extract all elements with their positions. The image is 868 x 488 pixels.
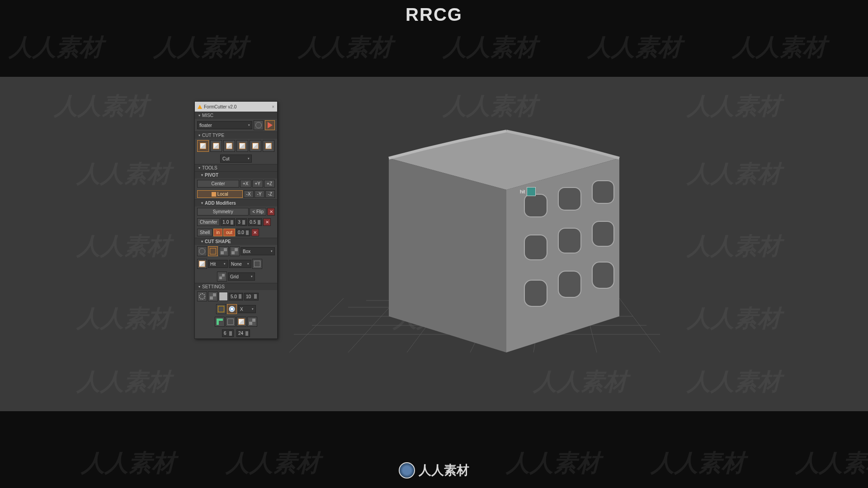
cuttype-6-icon[interactable] xyxy=(263,140,274,152)
chamfer-delete-button[interactable]: ✕ xyxy=(263,218,271,226)
svg-rect-28 xyxy=(558,228,581,253)
svg-rect-22 xyxy=(558,271,581,297)
pivot-py-button[interactable]: +Y xyxy=(252,180,264,188)
tool-c-icon[interactable] xyxy=(236,317,246,327)
chamfer-amount-input[interactable]: 1.0 xyxy=(221,218,235,226)
symmetry-button[interactable]: Symmetry xyxy=(197,208,249,216)
watermark: 人人素材 xyxy=(77,230,171,262)
align-hit-icon[interactable] xyxy=(197,259,207,269)
pivot-pz-button[interactable]: +Z xyxy=(264,180,275,188)
shell-delete-button[interactable]: ✕ xyxy=(251,229,259,236)
shape-circle-icon[interactable] xyxy=(197,246,207,256)
cuttype-1-icon[interactable] xyxy=(197,140,209,152)
section-misc[interactable]: MISC xyxy=(195,112,277,119)
mode-a-icon[interactable] xyxy=(216,304,226,314)
grid-toggle-icon[interactable] xyxy=(208,291,218,301)
pivot-ny-button[interactable]: -Y xyxy=(255,190,264,198)
cursor-hit-icon xyxy=(527,187,536,196)
scene-cube xyxy=(289,99,665,389)
section-addmod[interactable]: ADD Modifiers xyxy=(195,199,277,206)
shell-out-button[interactable]: out xyxy=(223,229,235,236)
section-tools[interactable]: TOOLS xyxy=(195,164,277,171)
shell-in-button[interactable]: in xyxy=(213,229,222,236)
svg-rect-24 xyxy=(524,194,547,217)
svg-rect-27 xyxy=(524,235,547,260)
mode-b-icon[interactable] xyxy=(227,304,237,314)
brand-bottom-text: 人人素材 xyxy=(419,462,469,479)
section-cutshape[interactable]: CUT SHAPE xyxy=(195,238,277,245)
close-icon[interactable]: × xyxy=(272,104,274,109)
watermark: 人人素材 xyxy=(77,366,171,398)
misc-center-icon[interactable] xyxy=(254,120,264,130)
shape-custom-icon[interactable] xyxy=(230,246,240,256)
pivot-nx-button[interactable]: -X xyxy=(244,190,254,198)
watermark: 人人素材 xyxy=(687,230,781,262)
watermark: 人人素材 xyxy=(687,303,781,334)
setting-a-input[interactable]: 6 xyxy=(222,329,234,337)
cuttype-2-icon[interactable] xyxy=(210,140,222,152)
shape-dropdown[interactable]: Box xyxy=(241,247,275,255)
watermark: 人人素材 xyxy=(393,158,487,190)
setting1-input[interactable]: 5.0 xyxy=(229,293,243,300)
svg-rect-19 xyxy=(558,228,581,253)
shape-box-icon[interactable] xyxy=(208,246,218,256)
svg-line-9 xyxy=(533,298,542,352)
pivot-local-button[interactable]: Local xyxy=(197,190,243,198)
shell-button[interactable]: Shell xyxy=(197,229,212,236)
viewport-3d[interactable]: 人人素材 人人素材 人人素材 人人素材 人人素材 人人素材 人人素材 人人素材 … xyxy=(0,77,868,411)
cursor-tooltip: hit xyxy=(520,187,536,196)
svg-rect-15 xyxy=(524,194,547,217)
shape-ngon-icon[interactable] xyxy=(219,246,229,256)
svg-rect-30 xyxy=(524,280,547,306)
cuttype-mode-dropdown[interactable]: Cut xyxy=(220,155,252,163)
setting2-input[interactable]: 10 xyxy=(244,293,259,300)
tool-d-icon[interactable] xyxy=(247,317,257,327)
cursor-label: hit xyxy=(520,189,525,194)
cuttype-3-icon[interactable] xyxy=(223,140,235,152)
grid-icon[interactable] xyxy=(217,272,227,282)
chamfer-button[interactable]: Chamfer xyxy=(197,218,220,226)
pivot-px-button[interactable]: +X xyxy=(240,180,251,188)
watermark: 人人素材 xyxy=(77,158,171,190)
axis-dropdown[interactable]: X xyxy=(238,305,256,313)
setting-b-input[interactable]: 24 xyxy=(236,329,250,337)
none-dropdown[interactable]: None xyxy=(229,260,251,268)
svg-line-6 xyxy=(348,298,398,352)
watermark: 人人素材 xyxy=(687,158,781,190)
chamfer-tension-input[interactable]: 0.5 xyxy=(248,218,262,226)
watermark: 人人素材 xyxy=(443,90,537,122)
misc-mode-dropdown[interactable]: floater xyxy=(197,121,252,129)
refresh-icon[interactable] xyxy=(197,291,207,301)
svg-rect-29 xyxy=(592,221,614,246)
section-cuttype[interactable]: CUT TYPE xyxy=(195,131,277,139)
panel-logo-icon xyxy=(198,105,202,109)
cuttype-4-icon[interactable] xyxy=(236,140,248,152)
tool-b-icon[interactable] xyxy=(226,317,236,327)
grid-dropdown[interactable]: Grid xyxy=(228,272,255,281)
section-pivot[interactable]: PIVOT xyxy=(195,171,277,178)
color-swatch[interactable] xyxy=(219,292,228,301)
pivot-center-button[interactable]: Center xyxy=(197,180,239,188)
section-settings[interactable]: SETTINGS xyxy=(195,283,277,290)
chamfer-segs-input[interactable]: 3 xyxy=(236,218,247,226)
watermark: 人人素材 xyxy=(533,366,627,398)
pivot-nz-button[interactable]: -Z xyxy=(265,190,275,198)
svg-rect-18 xyxy=(524,235,547,260)
formcutter-panel[interactable]: FormCutter v2.0 × MISC floater CUT TYPE … xyxy=(194,101,278,339)
svg-line-7 xyxy=(407,298,448,352)
panel-titlebar[interactable]: FormCutter v2.0 × xyxy=(195,102,277,112)
symmetry-delete-button[interactable]: ✕ xyxy=(267,208,275,216)
svg-rect-21 xyxy=(524,280,547,306)
empty-swatch-icon[interactable] xyxy=(252,259,262,269)
cuttype-5-icon[interactable] xyxy=(250,140,261,152)
misc-play-button[interactable] xyxy=(265,120,275,130)
svg-rect-23 xyxy=(592,262,614,288)
brand-top: RRCG xyxy=(406,5,462,25)
hit-dropdown[interactable]: Hit xyxy=(208,260,228,268)
tool-a-icon[interactable] xyxy=(215,317,225,327)
svg-rect-25 xyxy=(558,188,581,210)
svg-rect-17 xyxy=(592,181,614,203)
flip-button[interactable]: < Flip xyxy=(250,208,266,216)
shell-amount-input[interactable]: 0.0 xyxy=(236,229,250,236)
svg-rect-16 xyxy=(558,188,581,210)
